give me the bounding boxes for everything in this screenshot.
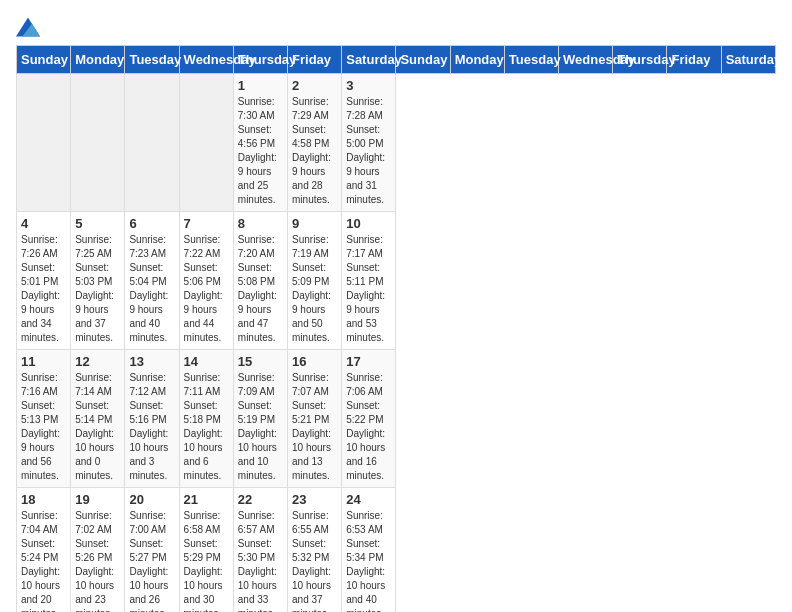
calendar-cell: 15Sunrise: 7:09 AM Sunset: 5:19 PM Dayli… bbox=[233, 350, 287, 488]
calendar-cell: 1Sunrise: 7:30 AM Sunset: 4:56 PM Daylig… bbox=[233, 74, 287, 212]
calendar-cell: 20Sunrise: 7:00 AM Sunset: 5:27 PM Dayli… bbox=[125, 488, 179, 613]
day-info: Sunrise: 7:25 AM Sunset: 5:03 PM Dayligh… bbox=[75, 233, 120, 345]
calendar-week-2: 11Sunrise: 7:16 AM Sunset: 5:13 PM Dayli… bbox=[17, 350, 776, 488]
calendar-cell bbox=[125, 74, 179, 212]
calendar-cell: 22Sunrise: 6:57 AM Sunset: 5:30 PM Dayli… bbox=[233, 488, 287, 613]
calendar-cell: 10Sunrise: 7:17 AM Sunset: 5:11 PM Dayli… bbox=[342, 212, 396, 350]
day-info: Sunrise: 7:11 AM Sunset: 5:18 PM Dayligh… bbox=[184, 371, 229, 483]
day-info: Sunrise: 7:19 AM Sunset: 5:09 PM Dayligh… bbox=[292, 233, 337, 345]
calendar-week-3: 18Sunrise: 7:04 AM Sunset: 5:24 PM Dayli… bbox=[17, 488, 776, 613]
day-info: Sunrise: 7:07 AM Sunset: 5:21 PM Dayligh… bbox=[292, 371, 337, 483]
calendar-cell: 2Sunrise: 7:29 AM Sunset: 4:58 PM Daylig… bbox=[288, 74, 342, 212]
header-sunday: Sunday bbox=[17, 46, 71, 74]
day-number: 7 bbox=[184, 216, 229, 231]
calendar-cell: 24Sunrise: 6:53 AM Sunset: 5:34 PM Dayli… bbox=[342, 488, 396, 613]
calendar-header-row: SundayMondayTuesdayWednesdayThursdayFrid… bbox=[17, 46, 776, 74]
day-info: Sunrise: 7:09 AM Sunset: 5:19 PM Dayligh… bbox=[238, 371, 283, 483]
header-wednesday: Wednesday bbox=[179, 46, 233, 74]
day-number: 10 bbox=[346, 216, 391, 231]
day-info: Sunrise: 6:57 AM Sunset: 5:30 PM Dayligh… bbox=[238, 509, 283, 612]
calendar-cell: 6Sunrise: 7:23 AM Sunset: 5:04 PM Daylig… bbox=[125, 212, 179, 350]
day-number: 5 bbox=[75, 216, 120, 231]
day-info: Sunrise: 6:53 AM Sunset: 5:34 PM Dayligh… bbox=[346, 509, 391, 612]
day-info: Sunrise: 7:29 AM Sunset: 4:58 PM Dayligh… bbox=[292, 95, 337, 207]
day-number: 11 bbox=[21, 354, 66, 369]
calendar-cell: 17Sunrise: 7:06 AM Sunset: 5:22 PM Dayli… bbox=[342, 350, 396, 488]
calendar-cell: 8Sunrise: 7:20 AM Sunset: 5:08 PM Daylig… bbox=[233, 212, 287, 350]
day-number: 3 bbox=[346, 78, 391, 93]
day-info: Sunrise: 7:28 AM Sunset: 5:00 PM Dayligh… bbox=[346, 95, 391, 207]
calendar-cell: 13Sunrise: 7:12 AM Sunset: 5:16 PM Dayli… bbox=[125, 350, 179, 488]
calendar-cell: 19Sunrise: 7:02 AM Sunset: 5:26 PM Dayli… bbox=[71, 488, 125, 613]
header-friday: Friday bbox=[288, 46, 342, 74]
day-info: Sunrise: 7:16 AM Sunset: 5:13 PM Dayligh… bbox=[21, 371, 66, 483]
header bbox=[16, 16, 776, 37]
day-info: Sunrise: 7:02 AM Sunset: 5:26 PM Dayligh… bbox=[75, 509, 120, 612]
day-number: 17 bbox=[346, 354, 391, 369]
day-info: Sunrise: 6:58 AM Sunset: 5:29 PM Dayligh… bbox=[184, 509, 229, 612]
header-monday: Monday bbox=[71, 46, 125, 74]
day-info: Sunrise: 7:23 AM Sunset: 5:04 PM Dayligh… bbox=[129, 233, 174, 345]
weekday-header-wednesday: Wednesday bbox=[559, 46, 613, 74]
day-info: Sunrise: 7:14 AM Sunset: 5:14 PM Dayligh… bbox=[75, 371, 120, 483]
day-info: Sunrise: 7:17 AM Sunset: 5:11 PM Dayligh… bbox=[346, 233, 391, 345]
header-tuesday: Tuesday bbox=[125, 46, 179, 74]
header-thursday: Thursday bbox=[233, 46, 287, 74]
calendar-cell: 16Sunrise: 7:07 AM Sunset: 5:21 PM Dayli… bbox=[288, 350, 342, 488]
day-number: 15 bbox=[238, 354, 283, 369]
calendar-cell: 21Sunrise: 6:58 AM Sunset: 5:29 PM Dayli… bbox=[179, 488, 233, 613]
day-number: 19 bbox=[75, 492, 120, 507]
logo-icon bbox=[16, 17, 40, 37]
day-info: Sunrise: 7:30 AM Sunset: 4:56 PM Dayligh… bbox=[238, 95, 283, 207]
calendar-week-1: 4Sunrise: 7:26 AM Sunset: 5:01 PM Daylig… bbox=[17, 212, 776, 350]
calendar-cell: 14Sunrise: 7:11 AM Sunset: 5:18 PM Dayli… bbox=[179, 350, 233, 488]
day-number: 4 bbox=[21, 216, 66, 231]
day-info: Sunrise: 7:00 AM Sunset: 5:27 PM Dayligh… bbox=[129, 509, 174, 612]
calendar-cell bbox=[71, 74, 125, 212]
day-number: 14 bbox=[184, 354, 229, 369]
calendar-week-0: 1Sunrise: 7:30 AM Sunset: 4:56 PM Daylig… bbox=[17, 74, 776, 212]
day-info: Sunrise: 6:55 AM Sunset: 5:32 PM Dayligh… bbox=[292, 509, 337, 612]
calendar-cell: 9Sunrise: 7:19 AM Sunset: 5:09 PM Daylig… bbox=[288, 212, 342, 350]
day-number: 1 bbox=[238, 78, 283, 93]
calendar-cell: 3Sunrise: 7:28 AM Sunset: 5:00 PM Daylig… bbox=[342, 74, 396, 212]
day-number: 2 bbox=[292, 78, 337, 93]
day-number: 6 bbox=[129, 216, 174, 231]
calendar-cell: 18Sunrise: 7:04 AM Sunset: 5:24 PM Dayli… bbox=[17, 488, 71, 613]
weekday-header-saturday: Saturday bbox=[721, 46, 775, 74]
weekday-header-sunday: Sunday bbox=[396, 46, 450, 74]
day-info: Sunrise: 7:06 AM Sunset: 5:22 PM Dayligh… bbox=[346, 371, 391, 483]
calendar-cell: 4Sunrise: 7:26 AM Sunset: 5:01 PM Daylig… bbox=[17, 212, 71, 350]
day-number: 18 bbox=[21, 492, 66, 507]
calendar-cell bbox=[179, 74, 233, 212]
calendar-cell: 23Sunrise: 6:55 AM Sunset: 5:32 PM Dayli… bbox=[288, 488, 342, 613]
day-number: 20 bbox=[129, 492, 174, 507]
weekday-header-monday: Monday bbox=[450, 46, 504, 74]
day-number: 8 bbox=[238, 216, 283, 231]
logo bbox=[16, 16, 44, 37]
day-number: 12 bbox=[75, 354, 120, 369]
weekday-header-tuesday: Tuesday bbox=[504, 46, 558, 74]
calendar-cell: 11Sunrise: 7:16 AM Sunset: 5:13 PM Dayli… bbox=[17, 350, 71, 488]
day-number: 9 bbox=[292, 216, 337, 231]
day-info: Sunrise: 7:04 AM Sunset: 5:24 PM Dayligh… bbox=[21, 509, 66, 612]
day-number: 23 bbox=[292, 492, 337, 507]
calendar-cell bbox=[17, 74, 71, 212]
day-info: Sunrise: 7:12 AM Sunset: 5:16 PM Dayligh… bbox=[129, 371, 174, 483]
day-info: Sunrise: 7:26 AM Sunset: 5:01 PM Dayligh… bbox=[21, 233, 66, 345]
calendar-cell: 7Sunrise: 7:22 AM Sunset: 5:06 PM Daylig… bbox=[179, 212, 233, 350]
day-number: 13 bbox=[129, 354, 174, 369]
day-info: Sunrise: 7:22 AM Sunset: 5:06 PM Dayligh… bbox=[184, 233, 229, 345]
header-saturday: Saturday bbox=[342, 46, 396, 74]
day-number: 21 bbox=[184, 492, 229, 507]
weekday-header-friday: Friday bbox=[667, 46, 721, 74]
weekday-header-thursday: Thursday bbox=[613, 46, 667, 74]
calendar-table: SundayMondayTuesdayWednesdayThursdayFrid… bbox=[16, 45, 776, 612]
day-number: 22 bbox=[238, 492, 283, 507]
calendar-cell: 5Sunrise: 7:25 AM Sunset: 5:03 PM Daylig… bbox=[71, 212, 125, 350]
day-number: 16 bbox=[292, 354, 337, 369]
calendar-cell: 12Sunrise: 7:14 AM Sunset: 5:14 PM Dayli… bbox=[71, 350, 125, 488]
day-info: Sunrise: 7:20 AM Sunset: 5:08 PM Dayligh… bbox=[238, 233, 283, 345]
day-number: 24 bbox=[346, 492, 391, 507]
